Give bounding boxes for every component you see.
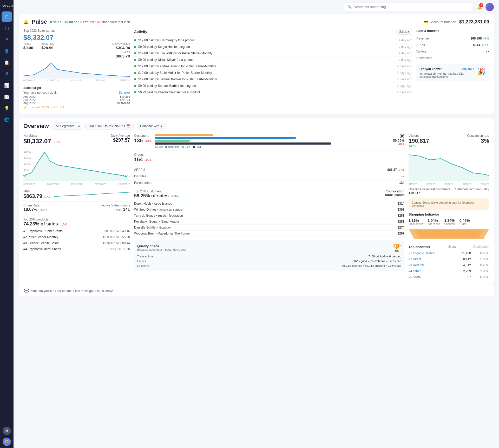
top20-cust-5: Danielle Schiller • Ecuador$274 (134, 225, 404, 231)
search-bar[interactable]: 🔍 (344, 3, 474, 11)
main-content: 🔍 🔔 2 🔔 Pulse 0 sales • $0.00 and 0 refu… (14, 0, 499, 448)
sidebar-item-customers[interactable]: 👤 (2, 46, 12, 56)
one-time-label: One time vs repeat customers (409, 187, 450, 191)
activity-item: $19.00 paid by Samuel Barbier for Putler… (134, 76, 412, 83)
top-products-label: Top 20% products (23, 218, 67, 221)
account-balance-label: Account balance (431, 20, 456, 24)
search-icon: 🔍 (347, 5, 352, 9)
bell-button[interactable]: 🔔 2 (477, 4, 482, 10)
shopping-add-to-cart: 1.04% Add to cart (428, 218, 440, 225)
svg-text:$2,000: $2,000 (24, 151, 31, 153)
pulse-chart-labels: 01/09/202307/09/202313/09/202319/09/2023… (23, 79, 130, 82)
mrr-ov-label: MRR (23, 190, 50, 193)
sales-period: Sep 2023 Sales so far... (23, 29, 130, 33)
top20-cust-6: Woodrow Beer • Macedonia, The Former$267 (134, 231, 404, 237)
cust-pct: 59.25% (393, 139, 404, 142)
churn-change: +57% (40, 208, 47, 211)
activity-item: $19.00 paid by Kirk Gregory for a produc… (134, 37, 412, 44)
quality-emails: Emails 0.07% good • 0% webmail • 0.48% b… (137, 259, 401, 263)
activity-text: $9.99 paid by Niklas Meyer for a product (138, 58, 395, 62)
cust-pct-change: -40% (393, 142, 404, 146)
one-time-val: 119 • 17 (409, 191, 450, 195)
cust-right-stats: 36 59.25% -40% (393, 134, 404, 146)
last3-card: Last 3 months Revenue $60,998+6% ARPU $1… (416, 29, 489, 61)
visitors-label: Visitors (409, 134, 429, 138)
target-title: Sales target (23, 86, 41, 90)
sidebar-item-reports[interactable]: ≡ (2, 34, 12, 45)
topbar: 🔍 🔔 2 (14, 0, 499, 14)
pulse-sales-count: 0 sales (50, 20, 61, 24)
sidebar-avatar-user[interactable]: 😊 (3, 438, 11, 446)
visitors-chart (409, 150, 489, 181)
mrr-ov-change: -59% (43, 195, 50, 198)
activity-text: $19.00 paid by Samuel Barbier for Putler… (138, 77, 394, 81)
top-products-value: 74.23% of sales (23, 221, 58, 226)
conv-rate-label: Conversion rate (467, 134, 489, 138)
activity-dot (134, 39, 136, 41)
net-sales-value: $8,332.07 (23, 138, 51, 145)
last3-arpu: ARPU $114+11% (416, 42, 489, 48)
target-aug2022: Aug 2022$4,970.48 (23, 101, 130, 105)
middle-column: Customers 136 -46% (134, 134, 404, 280)
sidebar-item-analytics[interactable]: ◫ (2, 23, 12, 33)
sidebar-item-charts[interactable]: 📊 (2, 80, 12, 90)
segment-select[interactable]: All Segments (52, 122, 81, 130)
orders-row: Orders 164 -45% (134, 151, 404, 165)
chevron-down-icon: ▾ (161, 124, 162, 128)
shopping-title: Shopping behavior (409, 212, 489, 216)
quality-icon: 🏆 (392, 243, 401, 252)
activity-dot (134, 52, 136, 54)
customer-bars: New Returning Free Paid (155, 134, 390, 148)
dyk-icon: 🎉 (477, 67, 486, 76)
dyk-explore-link[interactable]: Explore > (461, 67, 474, 71)
account-balance: 💳 Account balance $1,223,331.00 (424, 19, 489, 25)
yesterday-label: Yesterday (42, 42, 54, 45)
one-time-row: One time vs repeat customers 119 • 17 Cu… (409, 187, 489, 195)
svg-marker-0 (23, 63, 130, 79)
mrr-label-sales: MRR (123, 50, 130, 54)
activity-item: $9.99 paid by Sergio Holt for Icegram a … (134, 44, 412, 50)
last3-visitors: Visitors - - (416, 48, 489, 55)
activity-card: Activity Sales ▾ $19.00 paid by Kirk Gre… (134, 29, 412, 109)
set-now-button[interactable]: Set now (119, 91, 130, 94)
top20-pct-change: +14% (171, 195, 179, 198)
left-column: Net Sales $8,332.07 -61% Daily Average $… (23, 134, 130, 280)
sidebar-item-orders[interactable]: 📋 (2, 57, 12, 68)
mrr-ov-value: $863.79 (23, 193, 42, 199)
compare-with-dropdown[interactable]: Compare with ▾ (137, 123, 166, 129)
shopping-checkout: 1.34% Checkout (444, 218, 455, 225)
sidebar-item-insights[interactable]: 💡 (2, 103, 12, 113)
sidebar-item-trends[interactable]: 📈 (2, 92, 12, 102)
activity-text: $19.00 paid by Sofie Møller for Putler S… (138, 71, 394, 75)
net-sales-label: Net Sales (23, 134, 61, 138)
sidebar-item-globe[interactable]: 🌐 (2, 114, 12, 125)
quality-transactions: Transactions 7488 original → 0 merged (137, 254, 401, 259)
visitors-change: +32% (409, 144, 429, 147)
svg-marker-7 (409, 155, 489, 181)
sidebar-avatar-m[interactable]: M (3, 427, 11, 435)
search-input[interactable] (354, 5, 470, 9)
funnel-chart (409, 228, 489, 241)
overview-title: Overview (23, 123, 49, 129)
account-icon: 💳 (424, 20, 428, 24)
net-sales-x-labels: 01/09/202308/09/202315/09/202322/09/2023… (23, 183, 130, 185)
shopping-order: 0.48% Order (459, 218, 470, 225)
activity-text: $9.99 paid by Sergio Holt for Icegram (138, 45, 395, 49)
date-range-picker[interactable]: 01/09/2023 to 28/09/2023 📅 (84, 123, 134, 129)
quality-title: Quality check (137, 244, 186, 248)
activity-filter[interactable]: Sales ▾ (396, 29, 412, 35)
user-avatar[interactable] (485, 3, 494, 11)
sales-amount: $8,332.07 (23, 34, 130, 42)
sidebar-item-payments[interactable]: $ (2, 69, 12, 79)
activity-dot (134, 85, 136, 87)
account-balance-value: $1,223,331.00 (459, 19, 489, 25)
sidebar-item-dashboard[interactable]: ⊞ (2, 11, 12, 22)
pulse-refund-count: 0 refund (80, 20, 94, 24)
right-column: Visitors 190,817 +32% Conversion rate 3% (409, 134, 489, 280)
top20-cust-1: Deron Huels • faroe islands$314 (134, 201, 404, 207)
shopping-card: Coming Soon: We're preparing data for Sh… (409, 198, 489, 241)
channel-3: #3 Referral 4,312 0.28% (409, 262, 489, 268)
cust-count2: 36 (393, 134, 404, 139)
shopping-coming-soon: Coming Soon: We're preparing data for Sh… (409, 198, 489, 210)
channel-1: #1 Organic Search 11,400 0.25% (409, 250, 489, 256)
